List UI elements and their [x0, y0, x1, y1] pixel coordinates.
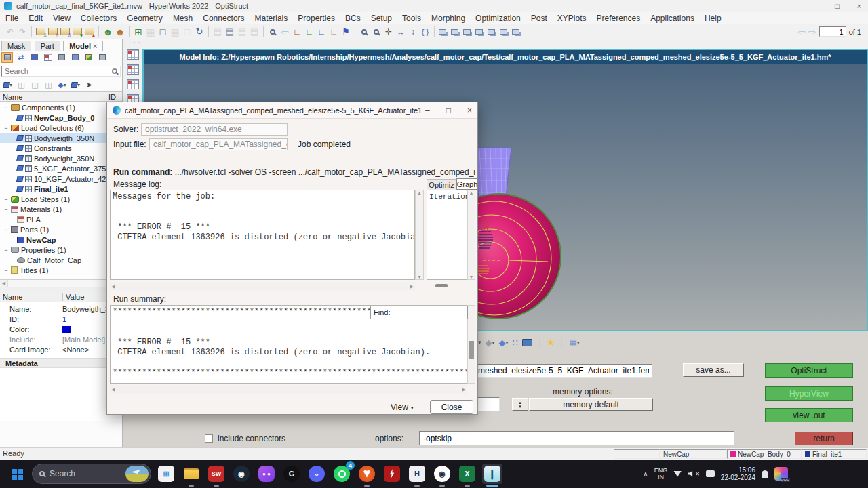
- include-connectors-checkbox[interactable]: [205, 434, 213, 443]
- strip-handle[interactable]: · · · ·: [123, 39, 142, 45]
- adobe-premiere-icon[interactable]: PRE: [774, 467, 788, 481]
- optistruct-button[interactable]: OptiStruct: [765, 363, 853, 378]
- tab-optimization[interactable]: Optimiz: [427, 179, 456, 190]
- single-window-icon[interactable]: □: [157, 26, 169, 37]
- entity-row-color[interactable]: Color:: [0, 324, 122, 334]
- menu-post[interactable]: Post: [531, 14, 547, 23]
- browser-splitter[interactable]: · · ·: [0, 287, 122, 292]
- color-by-icon[interactable]: [69, 52, 81, 63]
- fit-vertical-icon[interactable]: ↕: [407, 26, 419, 37]
- close-button[interactable]: ×: [857, 2, 861, 10]
- memory-default-button[interactable]: memory default: [529, 398, 653, 411]
- weather-widget[interactable]: [125, 466, 149, 482]
- refresh-window-icon[interactable]: ↻: [193, 26, 205, 37]
- tree-item-10kgf-actuator[interactable]: 10_KGF_Actuator_425N: [0, 174, 121, 184]
- prev-page-icon[interactable]: ⇦: [797, 26, 806, 37]
- menu-materials[interactable]: Materials: [255, 14, 288, 23]
- taskbar-search[interactable]: Search: [32, 464, 151, 484]
- dialog-close-icon[interactable]: ×: [467, 106, 472, 115]
- memory-spinner[interactable]: ▲▼: [512, 398, 528, 411]
- tree-item-properties[interactable]: −Properties (1): [0, 245, 121, 255]
- capture-icon[interactable]: ▤: [248, 26, 260, 37]
- zoom-in-icon[interactable]: [358, 26, 370, 37]
- loads-table-icon[interactable]: [127, 49, 139, 60]
- hyperview-button[interactable]: HyperView: [765, 386, 853, 401]
- menu-properties[interactable]: Properties: [298, 14, 335, 23]
- taskbar-steam-icon[interactable]: ◉: [231, 464, 252, 484]
- zoom-select-icon[interactable]: [267, 26, 279, 37]
- entity-sync-icon[interactable]: ⇄: [15, 52, 26, 63]
- message-log-hscrollbar[interactable]: ◀▶: [110, 282, 415, 291]
- pointer-icon[interactable]: ➤: [83, 79, 95, 90]
- plugins-icon[interactable]: ▦▾: [569, 338, 579, 347]
- start-button[interactable]: [7, 464, 27, 484]
- minimize-button[interactable]: –: [813, 2, 817, 10]
- renumber-icon[interactable]: [83, 52, 94, 63]
- split-window-icon[interactable]: ▦: [169, 26, 181, 37]
- taskbar-hyperworks-active-icon[interactable]: ❙: [482, 464, 502, 484]
- taskbar-logitech-icon[interactable]: G: [281, 464, 302, 484]
- save-as-icon[interactable]: ⇩: [59, 26, 71, 37]
- tree-hscrollbar[interactable]: ◀: [0, 279, 122, 287]
- window-cascade-7-icon[interactable]: [511, 26, 523, 37]
- taskbar-store-icon[interactable]: ⊞: [156, 464, 176, 484]
- redo-icon[interactable]: ↷: [16, 26, 28, 37]
- menu-file[interactable]: File: [5, 14, 18, 23]
- window-cascade-2-icon[interactable]: [450, 26, 462, 37]
- taskbar-brave-icon[interactable]: [357, 464, 377, 484]
- entity-col-name[interactable]: Name: [0, 293, 62, 301]
- view-out-button[interactable]: view .out: [765, 408, 853, 422]
- menu-edit[interactable]: Edit: [28, 14, 43, 23]
- tab-part[interactable]: Part: [35, 41, 60, 51]
- taskbar-hypermesh-icon[interactable]: H: [407, 464, 427, 484]
- dialog-splitter-grip[interactable]: [435, 284, 448, 287]
- open-model-icon[interactable]: ⇩: [35, 26, 47, 37]
- tree-item-newcap-part[interactable]: NewCap: [0, 235, 121, 245]
- flag-view-icon[interactable]: ⚑: [340, 26, 352, 37]
- menu-xyplots[interactable]: XYPlots: [557, 14, 587, 23]
- menu-applications[interactable]: Applications: [650, 14, 694, 23]
- taskbar-steam2-icon[interactable]: ◉: [432, 464, 452, 484]
- view-button[interactable]: View▾: [391, 401, 414, 414]
- user-profile-icon[interactable]: ☻: [102, 26, 114, 37]
- collapse-tree-icon[interactable]: [96, 52, 108, 63]
- axis-zx-icon[interactable]: ∟: [315, 26, 328, 37]
- scroll-left-icon[interactable]: ◀: [0, 280, 7, 287]
- paste-icon[interactable]: ▤: [224, 26, 236, 37]
- driver-icon[interactable]: [706, 470, 715, 477]
- tab-graph[interactable]: Graph: [456, 178, 478, 190]
- dynamic-rotate-icon[interactable]: { }: [419, 26, 431, 37]
- window-cascade-4-icon[interactable]: [474, 26, 486, 37]
- memory-value-field[interactable]: [475, 397, 500, 411]
- fit-horizontal-icon[interactable]: ↔: [395, 26, 407, 37]
- wireframe-mode-icon[interactable]: ◆▾: [499, 338, 509, 348]
- taskbar-lightning-icon[interactable]: [382, 464, 402, 484]
- view-options-dropdown-icon[interactable]: ▾: [478, 339, 481, 346]
- page-number-input[interactable]: [819, 26, 846, 37]
- tray-chevron-icon[interactable]: ∧: [643, 470, 648, 478]
- tree-item-bodyweight-350n[interactable]: Bodyweight_350N: [0, 153, 121, 163]
- mask-panel-icon[interactable]: [1, 52, 13, 63]
- maximize-button[interactable]: □: [835, 2, 840, 10]
- side-window-icon[interactable]: □: [181, 26, 193, 37]
- tray-language[interactable]: ENGIN: [654, 467, 668, 481]
- axis-xy-icon[interactable]: ∟: [291, 26, 303, 37]
- menu-mesh[interactable]: Mesh: [173, 14, 193, 23]
- menu-bcs[interactable]: BCs: [345, 14, 361, 23]
- display-diamond-icon[interactable]: ◆▾: [56, 79, 68, 90]
- flag-display-icon[interactable]: ▾: [70, 79, 81, 90]
- menu-optimization[interactable]: Optimization: [475, 14, 521, 23]
- mute-icon[interactable]: ✕: [688, 470, 700, 477]
- axis-yx-icon[interactable]: ∟: [303, 26, 315, 37]
- back-view-icon[interactable]: ⇦: [279, 26, 291, 37]
- shaded-mode-icon[interactable]: ◆▾: [486, 338, 495, 348]
- entity-row-include[interactable]: Include:[Main Model]: [0, 334, 122, 344]
- import-icon[interactable]: ▼: [71, 26, 83, 37]
- copy-icon[interactable]: ▤: [212, 26, 224, 37]
- color-swatch[interactable]: [62, 326, 71, 333]
- elements-display-icon[interactable]: ∷: [513, 338, 518, 348]
- menu-connectors[interactable]: Connectors: [203, 14, 244, 23]
- organize-icon[interactable]: [56, 52, 67, 63]
- menu-help[interactable]: Help: [705, 14, 722, 23]
- wifi-icon[interactable]: [673, 471, 682, 477]
